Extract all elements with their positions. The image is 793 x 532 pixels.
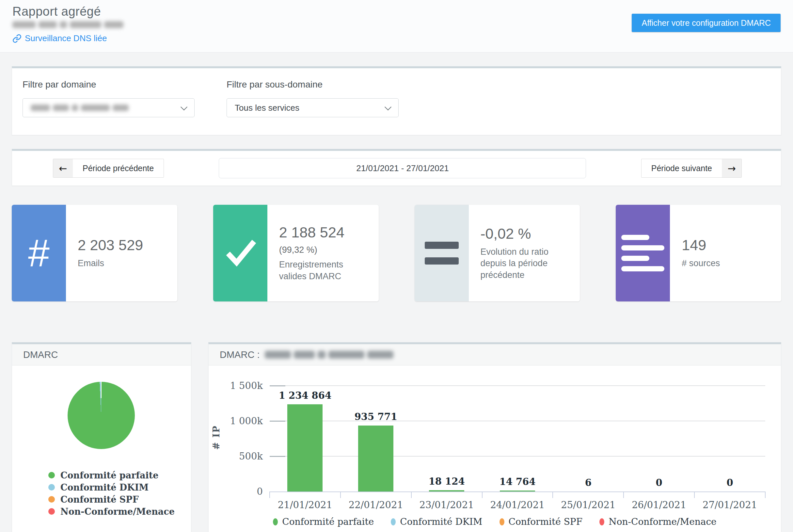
- bar-legend: Conformité parfaiteConformité DKIMConfor…: [209, 516, 781, 527]
- equals-icon: [425, 242, 459, 265]
- bar-value-label: 18 124: [411, 476, 482, 487]
- stat-icon-panel: #: [12, 205, 66, 301]
- chevron-down-icon: [180, 103, 187, 110]
- stat-value: 2 188 524: [279, 224, 371, 241]
- redacted-domain-title: [265, 351, 405, 359]
- domain-filter-label: Filtre par domaine: [22, 79, 195, 90]
- hash-icon: #: [28, 231, 50, 275]
- show-dmarc-config-button[interactable]: Afficher votre configuration DMARC: [632, 14, 780, 32]
- bar-legend-item[interactable]: Non-Conforme/Menace: [599, 516, 717, 527]
- y-tick: [270, 456, 285, 457]
- stat-value: 149: [682, 237, 720, 254]
- domain-filter-group: Filtre par domaine: [22, 79, 195, 117]
- x-category-label: 23/01/2021: [411, 499, 482, 510]
- legend-label: Conformité SPF: [60, 494, 139, 505]
- stat-subvalue: (99,32 %): [279, 245, 371, 255]
- bar-value-label: 935 771: [341, 411, 411, 422]
- x-category-label: 26/01/2021: [623, 499, 694, 510]
- arrow-right-icon: →: [722, 159, 741, 177]
- date-range-field[interactable]: 21/01/2021 - 27/01/2021: [219, 158, 586, 178]
- bar: [287, 404, 323, 492]
- bar: [429, 490, 464, 492]
- pie-legend: Conformité parfaiteConformité DKIMConfor…: [48, 471, 191, 516]
- x-axis-line: [270, 492, 765, 492]
- previous-period-button[interactable]: ← Période précédente: [53, 159, 164, 178]
- legend-label: Non-Conforme/Menace: [60, 507, 175, 517]
- x-tick: [765, 492, 766, 498]
- pie-card-title: DMARC: [23, 349, 58, 360]
- legend-swatch: [599, 518, 604, 526]
- pie-legend-item[interactable]: Conformité DKIM: [48, 483, 191, 492]
- legend-label: Conformité SPF: [509, 516, 583, 527]
- subdomain-filter-group: Filtre par sous-domaine Tous les service…: [227, 79, 399, 117]
- bar-value-label: 1 234 864: [270, 390, 341, 401]
- legend-label: Conformité DKIM: [60, 482, 149, 493]
- dmarc-aggregate-report-page: Rapport agrégé Surveillance DNS liée Aff…: [0, 0, 793, 532]
- stat-card-sources: 149 # sources: [616, 205, 781, 301]
- x-tick: [269, 492, 270, 498]
- pie-legend-item[interactable]: Non-Conforme/Menace: [48, 507, 191, 516]
- bar-legend-item[interactable]: Conformité parfaite: [273, 516, 374, 527]
- stat-value: 2 203 529: [78, 237, 143, 254]
- subdomain-filter-value: Tous les services: [235, 103, 299, 113]
- legend-swatch: [48, 472, 55, 478]
- stat-label: Emails: [78, 258, 143, 269]
- period-nav-panel: ← Période précédente 21/01/2021 - 27/01/…: [12, 149, 781, 186]
- legend-label: Conformité parfaite: [60, 470, 158, 480]
- legend-swatch: [48, 496, 55, 502]
- bar-legend-item[interactable]: Conformité DKIM: [391, 516, 482, 527]
- stat-label: # sources: [682, 258, 720, 269]
- bar: [500, 491, 535, 492]
- legend-label: Conformité DKIM: [400, 516, 482, 527]
- stat-value: -0,02 %: [481, 225, 572, 242]
- dns-monitoring-link[interactable]: Surveillance DNS liée: [13, 33, 107, 43]
- stats-row: # 2 203 529 Emails 2 188 524 (99,32 %) E…: [12, 205, 781, 301]
- bar-value-label: 6: [553, 477, 623, 488]
- redacted-domain-value: [31, 104, 129, 111]
- x-tick: [411, 492, 412, 498]
- stat-body: -0,02 % Evolution du ratio depuis la pér…: [469, 205, 580, 301]
- chevron-down-icon: [385, 103, 391, 110]
- charts-row: DMARC Conformité parfaiteConformité DKIM…: [12, 342, 781, 532]
- bar-value-label: 0: [623, 477, 694, 488]
- x-tick: [694, 492, 695, 498]
- stat-label: Evolution du ratio depuis la période pré…: [481, 246, 572, 281]
- y-tick-label: 1 500k: [209, 380, 263, 392]
- dmarc-bar-card: DMARC : # IP Conformité parfaiteConformi…: [208, 342, 781, 532]
- x-tick: [482, 492, 483, 498]
- page-header: Rapport agrégé Surveillance DNS liée Aff…: [0, 0, 793, 53]
- pie-legend-item[interactable]: Conformité SPF: [48, 495, 191, 504]
- bar-card-header: DMARC :: [209, 344, 781, 365]
- subdomain-filter-select[interactable]: Tous les services: [227, 98, 399, 117]
- y-tick-label: 1 000k: [209, 415, 263, 427]
- pie-legend-item[interactable]: Conformité parfaite: [48, 471, 191, 480]
- x-category-label: 21/01/2021: [270, 499, 341, 510]
- next-period-button[interactable]: Période suivante →: [641, 159, 742, 178]
- legend-swatch: [48, 508, 55, 515]
- x-tick: [340, 492, 341, 498]
- gridline: [270, 456, 765, 457]
- link-icon: [13, 34, 22, 43]
- bar-legend-item[interactable]: Conformité SPF: [500, 516, 583, 527]
- stat-card-ratio-evolution: -0,02 % Evolution du ratio depuis la pér…: [414, 205, 580, 301]
- arrow-left-icon: ←: [53, 159, 73, 177]
- legend-swatch: [500, 518, 504, 526]
- x-tick: [553, 492, 553, 498]
- stat-body: 149 # sources: [670, 205, 728, 301]
- subdomain-filter-label: Filtre par sous-domaine: [227, 79, 399, 90]
- legend-swatch: [48, 484, 55, 491]
- bar-value-label: 0: [694, 477, 765, 488]
- check-icon: [220, 233, 260, 273]
- legend-swatch: [273, 518, 278, 526]
- legend-swatch: [391, 518, 396, 526]
- filters-panel: Filtre par domaine Filtre par sous-domai…: [12, 66, 781, 135]
- pie-card-header: DMARC: [12, 344, 191, 365]
- domain-filter-select[interactable]: [22, 98, 195, 117]
- bar-card-title-prefix: DMARC :: [220, 349, 259, 360]
- legend-label: Conformité parfaite: [282, 516, 374, 527]
- dmarc-pie-card: DMARC Conformité parfaiteConformité DKIM…: [12, 342, 191, 532]
- bar: [358, 425, 393, 492]
- x-tick: [623, 492, 624, 498]
- dmarc-pie-chart: [67, 382, 135, 449]
- legend-label: Non-Conforme/Menace: [608, 516, 717, 527]
